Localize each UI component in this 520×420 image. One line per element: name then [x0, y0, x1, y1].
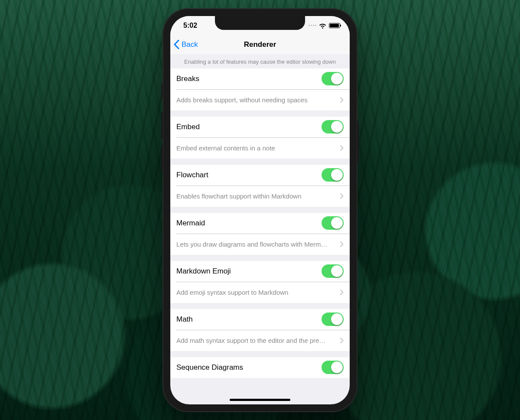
setting-desc: Lets you draw diagrams and flowcharts wi…	[176, 241, 340, 248]
setting-desc-row-embed[interactable]: Embed external contents in a note	[170, 138, 350, 159]
chevron-right-icon	[340, 338, 344, 343]
setting-group: Sequence Diagrams	[170, 357, 350, 384]
toggle-flowchart[interactable]	[322, 168, 344, 182]
setting-desc-row-math[interactable]: Add math syntax support to the editor an…	[170, 330, 350, 351]
setting-label: Flowchart	[176, 171, 208, 179]
setting-row-sequence-diagrams: Sequence Diagrams	[170, 357, 350, 378]
setting-row-breaks: Breaks	[170, 68, 350, 89]
setting-row-math: Math	[170, 309, 350, 330]
notch	[215, 16, 305, 30]
setting-desc: Adds breaks support, without needing spa…	[176, 96, 340, 104]
chevron-right-icon	[340, 145, 344, 151]
status-time: 5:02	[183, 22, 197, 29]
chevron-right-icon	[340, 290, 344, 295]
setting-row-mermaid: Mermaid	[170, 213, 350, 234]
setting-group: MathAdd math syntax support to the edito…	[170, 309, 350, 357]
setting-desc: Add math syntax support to the editor an…	[176, 337, 340, 344]
device-frame: 5:02 Back Renderer Enabling a lot of fea…	[162, 8, 358, 412]
setting-group: BreaksAdds breaks support, without needi…	[170, 68, 350, 117]
setting-label: Math	[176, 315, 193, 324]
setting-group: MermaidLets you draw diagrams and flowch…	[170, 213, 350, 261]
setting-desc-row-markdown-emoji[interactable]: Add emoji syntax support to Markdown	[170, 282, 350, 303]
page-title: Renderer	[244, 40, 276, 49]
toggle-mermaid[interactable]	[322, 216, 344, 230]
volume-down-button	[161, 145, 163, 172]
nav-bar: Back Renderer	[170, 35, 350, 55]
mute-switch	[161, 84, 163, 98]
setting-row-flowchart: Flowchart	[170, 165, 350, 186]
chevron-right-icon	[340, 97, 344, 103]
power-button	[357, 121, 359, 163]
setting-desc: Add emoji syntax support to Markdown	[176, 289, 340, 296]
setting-label: Mermaid	[176, 219, 205, 228]
back-label: Back	[182, 40, 198, 49]
wifi-icon	[319, 23, 326, 28]
home-indicator[interactable]	[230, 399, 290, 401]
toggle-sequence-diagrams[interactable]	[322, 361, 344, 374]
chevron-left-icon	[174, 40, 179, 49]
setting-label: Embed	[176, 123, 200, 131]
chevron-right-icon	[340, 193, 344, 199]
setting-label: Sequence Diagrams	[176, 363, 243, 372]
setting-group: FlowchartEnables flowchart support withi…	[170, 165, 350, 213]
setting-label: Breaks	[176, 75, 199, 83]
toggle-breaks[interactable]	[322, 72, 344, 85]
chevron-right-icon	[340, 241, 344, 247]
setting-row-embed: Embed	[170, 117, 350, 137]
setting-desc: Enables flowchart support within Markdow…	[176, 192, 340, 200]
setting-desc-row-mermaid[interactable]: Lets you draw diagrams and flowcharts wi…	[170, 234, 350, 255]
setting-row-markdown-emoji: Markdown Emoji	[170, 261, 350, 282]
screen: 5:02 Back Renderer Enabling a lot of fea…	[170, 16, 350, 404]
cellular-dots-icon	[309, 25, 316, 26]
setting-group: Markdown EmojiAdd emoji syntax support t…	[170, 261, 350, 309]
toggle-markdown-emoji[interactable]	[322, 264, 344, 278]
setting-desc: Embed external contents in a note	[176, 144, 340, 152]
setting-desc-row-breaks[interactable]: Adds breaks support, without needing spa…	[170, 90, 350, 111]
settings-hint: Enabling a lot of features may cause the…	[170, 54, 350, 68]
setting-desc-row-flowchart[interactable]: Enables flowchart support within Markdow…	[170, 186, 350, 207]
battery-icon	[329, 23, 340, 28]
back-button[interactable]: Back	[174, 35, 198, 54]
setting-group: EmbedEmbed external contents in a note	[170, 117, 350, 165]
setting-label: Markdown Emoji	[176, 267, 231, 276]
toggle-embed[interactable]	[322, 120, 344, 133]
settings-list[interactable]: Enabling a lot of features may cause the…	[170, 54, 350, 404]
toggle-math[interactable]	[322, 313, 344, 326]
volume-up-button	[161, 112, 163, 139]
